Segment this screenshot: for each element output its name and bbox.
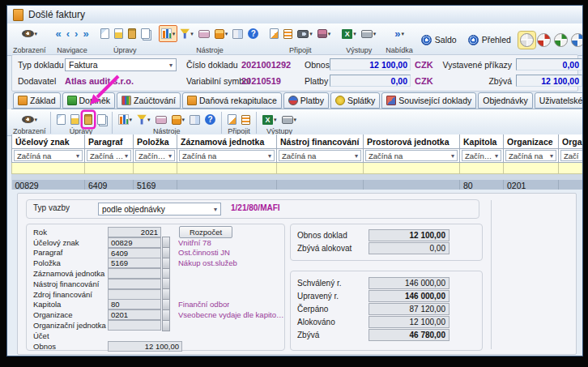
scan-button[interactable]: ▾ xyxy=(296,26,314,41)
obnos-input[interactable]: 12 100,00 xyxy=(108,341,182,352)
filter-button[interactable]: ▾ xyxy=(178,26,195,41)
column-header-polozka[interactable]: Položka xyxy=(134,134,177,149)
rozpocet-button[interactable]: Rozpočet xyxy=(179,226,232,238)
rok-input[interactable]: 2021 xyxy=(108,227,161,237)
saldo-button[interactable]: Saldo xyxy=(417,32,461,48)
filter-button[interactable]: ▾ xyxy=(135,112,152,127)
organizace-input[interactable]: 0201 xyxy=(108,309,161,320)
filter-input-nastroj-financovani[interactable] xyxy=(277,163,364,174)
filter-input-ucelovy-znak[interactable] xyxy=(12,163,85,174)
previous-record-button[interactable]: ‹ xyxy=(65,26,71,41)
menu-button[interactable]: »▾ xyxy=(393,26,406,41)
tab-label: Platby xyxy=(300,96,324,105)
invoice-header-panel: Typ dokladu Faktura ▾ Dodavatel Atlas au… xyxy=(11,54,578,92)
tab-zauctovani[interactable]: Zaúčtování xyxy=(117,92,181,109)
polozka-input[interactable]: 5169 xyxy=(108,258,161,268)
grid-view-button[interactable]: ▾ xyxy=(160,26,177,41)
export-excel-button[interactable]: X▾ xyxy=(340,26,358,41)
quadrant-filter-red-button[interactable] xyxy=(535,32,552,49)
stamp-button[interactable]: ▾ xyxy=(316,26,333,41)
nastroj-financovani-input[interactable] xyxy=(108,279,161,289)
copy-allocation-button[interactable] xyxy=(96,112,108,127)
tab-souvisejici-doklady[interactable]: Související doklady xyxy=(381,92,476,109)
attachment-list-button[interactable] xyxy=(282,26,294,41)
attach-note-button[interactable] xyxy=(268,26,280,41)
kapitola-input[interactable]: 80 xyxy=(108,299,161,309)
filter-input-polozka[interactable] xyxy=(134,163,177,174)
tab-danova-rekapitulace[interactable]: Daňová rekapitulace xyxy=(182,92,282,109)
typ-dokladu-combo[interactable]: Faktura ▾ xyxy=(65,58,177,71)
filter-input-organizace[interactable] xyxy=(504,163,559,174)
filter-combo-organizace[interactable]: Začíná na▾ xyxy=(505,150,556,161)
column-header-ucelovy-znak[interactable]: Účelový znak xyxy=(12,134,85,149)
calculator-button[interactable] xyxy=(188,112,202,127)
tab-platby[interactable]: Platby xyxy=(283,92,329,109)
prehled-button[interactable]: Přehled xyxy=(464,32,515,48)
card-view-button[interactable] xyxy=(197,26,211,41)
filter-combo-prostorova-jednotka[interactable]: Začíná na▾ xyxy=(365,150,458,161)
filter-combo-kapitola[interactable]: Začín…▾ xyxy=(462,150,501,161)
view-mode-button[interactable]: ▾ xyxy=(20,112,40,127)
column-header-prostorova-jednotka[interactable]: Prostorová jednotka xyxy=(364,134,460,149)
attachment-list-button[interactable] xyxy=(240,112,252,127)
filter-combo-ucelovy-znak[interactable]: Začíná na▾ xyxy=(14,150,83,161)
column-header-kapitola[interactable]: Kapitola xyxy=(460,134,504,149)
help-button[interactable]: ? xyxy=(246,26,260,41)
column-header-nastroj-financovani[interactable]: Nástroj financování xyxy=(277,134,364,149)
print-button[interactable]: ▾ xyxy=(280,112,299,127)
filter-combo-organizacni-jednotka[interactable]: Začí▾ xyxy=(560,150,582,161)
delete-record-button[interactable] xyxy=(126,26,138,41)
column-header-organizace[interactable]: Organizace xyxy=(504,134,559,149)
new-record-button[interactable] xyxy=(99,26,111,41)
calculator-button[interactable] xyxy=(231,26,245,41)
paragraf-input[interactable]: 6409 xyxy=(108,248,161,258)
tab-doplnek[interactable]: Doplněk xyxy=(62,92,116,109)
attach-note-button[interactable] xyxy=(226,112,238,127)
column-header-organizacni-jednotka[interactable]: Organizační jednotka xyxy=(559,134,583,149)
organizacni-jednotka-spinner[interactable] xyxy=(162,320,170,331)
zdroj-financovani-input[interactable] xyxy=(108,289,161,300)
chevron-down-icon: ▾ xyxy=(550,152,553,160)
filter-input-organizacni-jednotka[interactable] xyxy=(559,163,583,174)
filter-combo-zaznamova-jednotka[interactable]: Začíná na▾ xyxy=(179,150,275,161)
organizacni-jednotka-input[interactable] xyxy=(108,320,161,331)
filter-mode-label: Začín… xyxy=(138,151,165,160)
filter-input-zaznamova-jednotka[interactable] xyxy=(177,163,277,174)
first-record-button[interactable]: « xyxy=(54,26,63,41)
filter-combo-polozka[interactable]: Začín…▾ xyxy=(135,150,175,161)
last-record-button[interactable]: » xyxy=(81,26,90,41)
chevron-down-icon: ▾ xyxy=(173,31,176,37)
ucelovy-znak-input[interactable]: 00829 xyxy=(108,237,161,248)
actions-button[interactable]: ▾ xyxy=(213,26,230,41)
grid-view-button[interactable]: ▾ xyxy=(117,112,134,127)
edit-record-button[interactable] xyxy=(113,26,125,41)
view-mode-button[interactable]: ▾ xyxy=(20,26,40,41)
new-allocation-button[interactable] xyxy=(55,112,67,127)
quadrant-filter-neutral-button[interactable] xyxy=(518,32,535,49)
zaznamova-jednotka-input[interactable] xyxy=(108,268,161,279)
tab-objednavky[interactable]: Objednávky xyxy=(478,92,532,109)
column-header-zaznamova-jednotka[interactable]: Záznamová jednotka xyxy=(177,134,277,149)
quadrant-filter-blue-button[interactable] xyxy=(569,32,582,49)
filter-combo-paragraf[interactable]: Začíná …▾ xyxy=(87,150,131,161)
print-button[interactable]: ▾ xyxy=(360,26,378,41)
delete-allocation-button[interactable] xyxy=(83,112,94,127)
filter-combo-nastroj-financovani[interactable]: Začíná na▾ xyxy=(279,150,361,161)
filter-input-kapitola[interactable] xyxy=(460,163,504,174)
export-excel-button[interactable]: X▾ xyxy=(261,112,279,127)
tab-splatky[interactable]: Splátky xyxy=(330,92,380,109)
filter-input-paragraf[interactable] xyxy=(85,163,134,174)
tab-zaklad[interactable]: Základ xyxy=(13,92,61,109)
edit-allocation-button[interactable] xyxy=(69,112,81,127)
next-record-button[interactable]: › xyxy=(73,26,79,41)
copy-record-button[interactable] xyxy=(139,26,151,41)
filter-input-prostorova-jednotka[interactable] xyxy=(364,163,460,174)
card-view-button[interactable] xyxy=(154,112,168,127)
actions-button[interactable]: ▾ xyxy=(170,112,187,127)
column-header-paragraf[interactable]: Paragraf xyxy=(85,134,134,149)
grid-row-selected[interactable]: 0082964095169800201 xyxy=(12,180,583,190)
typ-vazby-combo[interactable]: podle objednávky ▾ xyxy=(98,203,221,216)
help-button[interactable]: ? xyxy=(203,112,217,127)
quadrant-filter-green-button[interactable] xyxy=(552,32,569,49)
tab-uzivatelske-atributy[interactable]: Uživatelské atributy xyxy=(535,92,582,109)
